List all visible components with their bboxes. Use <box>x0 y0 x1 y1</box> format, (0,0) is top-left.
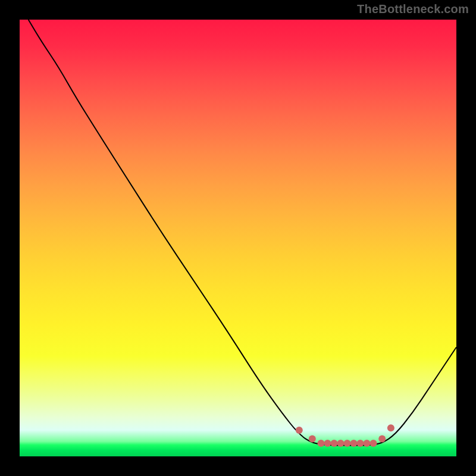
plot-area <box>20 20 456 456</box>
watermark-text: TheBottleneck.com <box>357 2 469 16</box>
chart-frame: TheBottleneck.com <box>0 0 476 476</box>
heat-gradient-background <box>20 20 456 456</box>
